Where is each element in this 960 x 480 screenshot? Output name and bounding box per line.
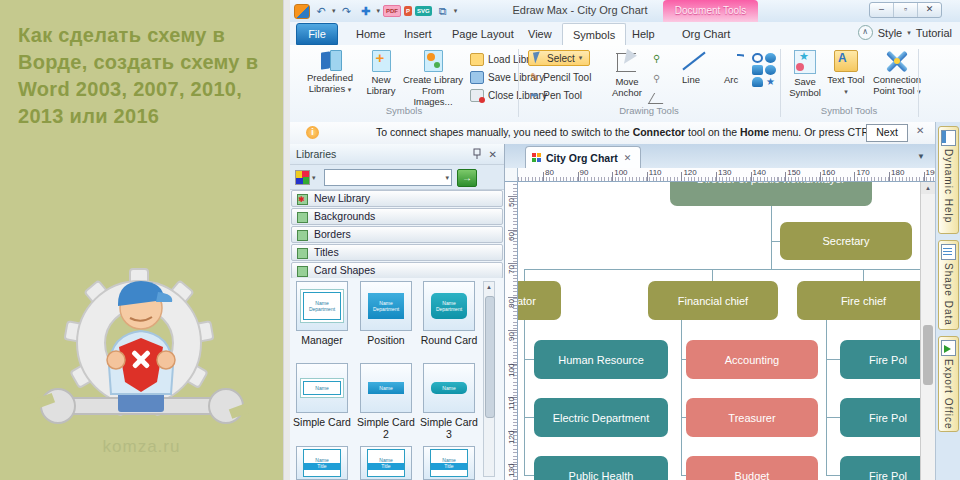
org-node[interactable]: Electric Department	[534, 398, 668, 437]
scroll-up-icon[interactable]: ▲	[921, 182, 935, 194]
org-node[interactable]: Public Health	[534, 456, 668, 480]
pan-tool-icon[interactable]: ✚	[358, 4, 374, 19]
ruler-number: 90	[507, 330, 516, 343]
save-symbol-button[interactable]: Save Symbol	[784, 50, 826, 98]
tab-page-layout[interactable]: Page Layout	[442, 23, 524, 45]
tab-org-chart[interactable]: Org Chart	[672, 23, 740, 45]
shape-card-partial[interactable]: NameTitle	[296, 446, 348, 480]
drawing-canvas[interactable]: Director of public works/Mayor Secretary…	[518, 182, 920, 480]
library-section-titles[interactable]: Titles	[291, 244, 503, 261]
arc-tool-button[interactable]: Arc	[714, 50, 748, 85]
pencil-tool-button[interactable]: ✎ Pencil Tool	[530, 69, 591, 85]
shape-simple-card[interactable]: Name	[296, 363, 348, 413]
tab-dynamic-help[interactable]: Dynamic Help	[938, 126, 959, 234]
org-node[interactable]: Treasurer	[686, 398, 818, 437]
shape-simple-card-2[interactable]: Name	[360, 363, 412, 413]
next-button[interactable]: Next	[866, 124, 908, 142]
move-anchor-button[interactable]: Move Anchor	[604, 50, 650, 98]
connector-line	[524, 320, 525, 476]
tab-home[interactable]: Home	[346, 23, 395, 45]
library-color-dropdown-icon[interactable]: ▾	[312, 174, 316, 182]
library-section-card-shapes[interactable]: Card Shapes	[291, 262, 503, 279]
undo-dropdown-icon[interactable]: ▾	[332, 7, 336, 15]
shape-simple-card-3[interactable]: Name	[423, 363, 475, 413]
minimize-button[interactable]: –	[870, 3, 894, 17]
shape-gallery[interactable]: ★	[752, 53, 776, 87]
org-node[interactable]: Financial chief	[648, 281, 778, 320]
shape-label: Position	[356, 334, 416, 346]
org-node[interactable]: Budget	[686, 456, 818, 480]
export-ppt-icon[interactable]: P	[404, 6, 412, 16]
org-node[interactable]: Director of public works/Mayor	[670, 182, 872, 206]
library-section-backgrounds[interactable]: Backgrounds	[291, 208, 503, 225]
tab-list-dropdown-icon[interactable]: ▼	[917, 152, 925, 161]
delete-anchor-icon[interactable]: ⚲	[653, 73, 660, 84]
library-go-button[interactable]: →	[457, 169, 477, 187]
scrollbar-thumb[interactable]	[485, 296, 495, 418]
library-scrollbar[interactable]: ▲	[483, 281, 495, 477]
libraries-toolbar: ▾ ▾ →	[290, 165, 504, 190]
org-node[interactable]: Administrator	[518, 281, 561, 320]
tab-file[interactable]: File	[296, 23, 338, 45]
new-library-button[interactable]: New Library	[362, 50, 400, 96]
tab-export-office[interactable]: Export Office	[938, 336, 959, 432]
library-search-combobox[interactable]: ▾	[324, 169, 452, 186]
text-tool-button[interactable]: Text Tool ▾	[826, 50, 866, 97]
predefined-libraries-button[interactable]: Predefined Libraries ▾	[302, 50, 358, 95]
pin-icon[interactable]	[472, 148, 482, 160]
ruler-number: 60	[507, 230, 516, 243]
tab-view[interactable]: View	[518, 23, 562, 45]
redo-icon[interactable]: ↷	[339, 4, 355, 19]
tab-symbols[interactable]: Symbols	[562, 23, 626, 45]
close-panel-icon[interactable]: ✕	[489, 144, 497, 165]
style-button[interactable]: Style	[878, 27, 902, 39]
dismiss-info-icon[interactable]: ✕	[916, 125, 924, 136]
scrollbar-thumb[interactable]	[923, 325, 933, 385]
close-button[interactable]: ✕	[918, 3, 941, 17]
org-node[interactable]: Accounting	[686, 340, 818, 379]
shape-card-partial[interactable]: NameTitle	[423, 446, 475, 480]
ellipse-shape-icon[interactable]	[765, 53, 776, 63]
tab-shape-data[interactable]: Shape Data	[938, 240, 959, 330]
blob-shape-icon[interactable]	[765, 65, 776, 75]
tab-help[interactable]: Help	[622, 23, 665, 45]
canvas-vertical-scrollbar[interactable]: ▲	[920, 182, 935, 480]
shape-position[interactable]: NameDepartment	[360, 281, 412, 331]
combo-dropdown-icon[interactable]: ▾	[445, 174, 449, 182]
collapse-ribbon-icon[interactable]: ∧	[858, 25, 873, 40]
undo-icon[interactable]: ↶	[313, 4, 329, 19]
tutorial-button[interactable]: Tutorial	[916, 27, 952, 39]
create-library-button[interactable]: Create Library From Images...	[402, 50, 464, 107]
close-document-icon[interactable]: ✕	[624, 153, 632, 163]
document-tab-city-org-chart[interactable]: City Org Chart ✕	[525, 146, 641, 168]
org-node[interactable]: Secretary	[780, 222, 912, 260]
org-node[interactable]: Fire Pol	[840, 340, 920, 379]
library-color-icon[interactable]	[295, 170, 310, 185]
tab-insert[interactable]: Insert	[394, 23, 442, 45]
corner-line-icon[interactable]	[648, 93, 669, 104]
pen-tool-button[interactable]: ✒ Pen Tool	[530, 87, 582, 103]
star-shape-icon[interactable]: ★	[765, 77, 776, 87]
shape-round-card[interactable]: NameDepartment	[423, 281, 475, 331]
spiral-shape-icon[interactable]	[752, 53, 763, 63]
rectangle-shape-icon[interactable]	[752, 65, 763, 75]
export-svg-icon[interactable]: SVG	[415, 6, 432, 16]
insert-anchor-icon[interactable]: ⚲	[653, 53, 660, 64]
export-pdf-icon[interactable]: PDF	[383, 5, 401, 17]
cylinder-shape-icon[interactable]	[752, 77, 763, 87]
org-node[interactable]: Fire Pol	[840, 456, 920, 480]
org-node[interactable]: Fire Pol	[840, 398, 920, 437]
line-tool-button[interactable]: Line	[672, 50, 710, 85]
library-section-new-library[interactable]: New Library	[291, 190, 503, 207]
shape-card-partial[interactable]: NameTitle	[360, 446, 412, 480]
scroll-up-icon[interactable]: ▲	[484, 282, 494, 293]
select-tool-button[interactable]: Select▾	[528, 50, 590, 66]
org-node[interactable]: Fire chief	[797, 281, 920, 320]
style-dropdown-icon[interactable]: ▾	[907, 29, 911, 37]
library-section-borders[interactable]: Borders	[291, 226, 503, 243]
shape-manager[interactable]: NameDepartment	[296, 281, 348, 331]
restore-button[interactable]: ▫	[894, 3, 918, 17]
edraw-logo-icon[interactable]	[294, 4, 310, 19]
org-node[interactable]: Human Resource	[534, 340, 668, 379]
pan-dropdown-icon[interactable]: ▾	[377, 7, 381, 15]
